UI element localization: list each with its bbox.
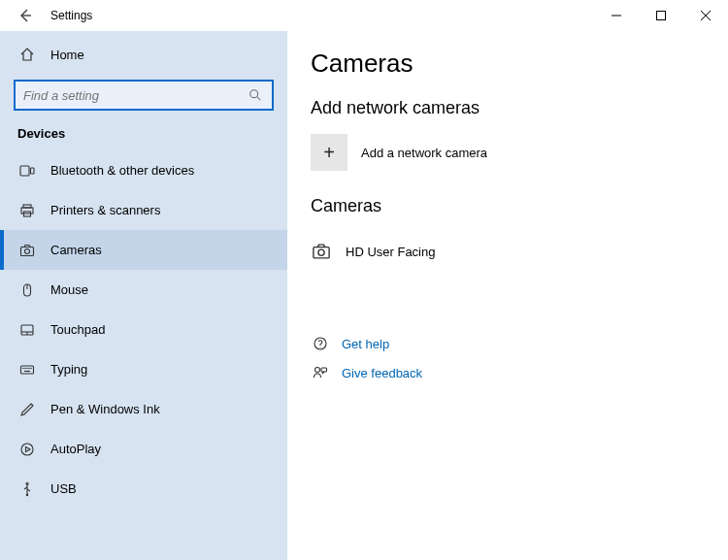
page-title: Cameras — [311, 49, 705, 79]
plus-icon: + — [311, 134, 347, 171]
camera-icon — [17, 243, 37, 258]
cameras-section-title: Cameras — [311, 196, 705, 216]
devices-icon — [17, 163, 37, 179]
get-help-label: Get help — [342, 337, 389, 351]
sidebar-item-touchpad[interactable]: Touchpad — [0, 310, 287, 349]
add-network-camera-button[interactable]: + Add a network camera — [311, 134, 705, 171]
svg-line-6 — [257, 97, 261, 101]
get-help-link[interactable]: Get help — [311, 329, 705, 358]
svg-rect-30 — [314, 247, 329, 258]
sidebar-item-typing[interactable]: Typing — [0, 349, 287, 389]
printer-icon — [17, 203, 37, 218]
sidebar-item-label: Pen & Windows Ink — [50, 402, 160, 416]
search-input[interactable] — [23, 88, 247, 103]
give-feedback-label: Give feedback — [342, 366, 422, 380]
svg-rect-35 — [321, 368, 327, 372]
touchpad-icon — [17, 322, 37, 338]
body: Home Devices Bluetooth & other devices — [0, 31, 728, 560]
svg-point-13 — [25, 248, 30, 253]
sidebar-item-label: Printers & scanners — [50, 203, 160, 217]
svg-rect-10 — [21, 208, 33, 214]
window-controls — [594, 0, 728, 31]
svg-point-5 — [250, 90, 258, 98]
feedback-icon — [311, 365, 330, 380]
sidebar-group-title: Devices — [0, 120, 287, 150]
sidebar-item-label: Bluetooth & other devices — [50, 163, 194, 178]
minimize-icon — [612, 11, 621, 20]
svg-point-34 — [315, 368, 320, 373]
autoplay-icon — [17, 442, 37, 457]
sidebar-item-bluetooth[interactable]: Bluetooth & other devices — [0, 150, 287, 190]
add-label: Add a network camera — [361, 146, 487, 160]
keyboard-icon — [17, 362, 37, 378]
sidebar-item-mouse[interactable]: Mouse — [0, 270, 287, 310]
close-button[interactable] — [683, 0, 728, 31]
camera-device-item[interactable]: HD User Facing — [311, 232, 705, 271]
camera-icon — [311, 242, 332, 261]
sidebar-item-label: Mouse — [50, 282, 88, 297]
home-label: Home — [50, 48, 84, 62]
sidebar-item-label: Touchpad — [50, 322, 105, 337]
device-label: HD User Facing — [346, 245, 435, 259]
svg-point-29 — [26, 493, 28, 495]
titlebar: Settings — [0, 0, 728, 31]
usb-icon — [17, 481, 37, 497]
titlebar-left: Settings — [0, 0, 92, 31]
minimize-button[interactable] — [594, 0, 639, 31]
main-content: Cameras Add network cameras + Add a netw… — [287, 31, 728, 560]
give-feedback-link[interactable]: Give feedback — [311, 358, 705, 387]
home-icon — [17, 47, 37, 62]
search-box[interactable] — [14, 80, 274, 111]
sidebar-item-label: USB — [50, 481, 77, 496]
svg-rect-7 — [20, 166, 29, 176]
sidebar-item-label: AutoPlay — [50, 442, 101, 456]
svg-point-31 — [318, 249, 324, 255]
maximize-button[interactable] — [639, 0, 683, 31]
close-icon — [701, 11, 711, 20]
search-wrap — [0, 80, 287, 120]
nav-list: Bluetooth & other devices Printers & sca… — [0, 150, 287, 509]
svg-rect-12 — [21, 247, 34, 255]
mouse-icon — [17, 282, 37, 298]
svg-point-26 — [21, 444, 33, 455]
sidebar: Home Devices Bluetooth & other devices — [0, 31, 287, 560]
sidebar-item-cameras[interactable]: Cameras — [0, 230, 287, 270]
sidebar-item-label: Cameras — [50, 243, 102, 257]
add-section-title: Add network cameras — [311, 98, 705, 118]
help-section: Get help Give feedback — [311, 329, 705, 387]
back-button[interactable] — [6, 0, 45, 31]
sidebar-item-label: Typing — [50, 362, 87, 377]
window-title: Settings — [50, 9, 92, 22]
arrow-left-icon — [17, 8, 33, 23]
svg-rect-8 — [31, 168, 35, 174]
sidebar-item-printers[interactable]: Printers & scanners — [0, 190, 287, 230]
home-button[interactable]: Home — [0, 35, 287, 74]
help-icon — [311, 336, 330, 351]
settings-window: Settings Home — [0, 0, 728, 560]
svg-rect-19 — [21, 366, 34, 374]
search-icon — [247, 88, 264, 102]
sidebar-item-autoplay[interactable]: AutoPlay — [0, 429, 287, 469]
svg-rect-2 — [657, 12, 666, 20]
sidebar-item-usb[interactable]: USB — [0, 469, 287, 509]
pen-icon — [17, 402, 37, 417]
maximize-icon — [656, 11, 666, 20]
svg-point-33 — [319, 346, 320, 347]
sidebar-item-pen[interactable]: Pen & Windows Ink — [0, 389, 287, 429]
